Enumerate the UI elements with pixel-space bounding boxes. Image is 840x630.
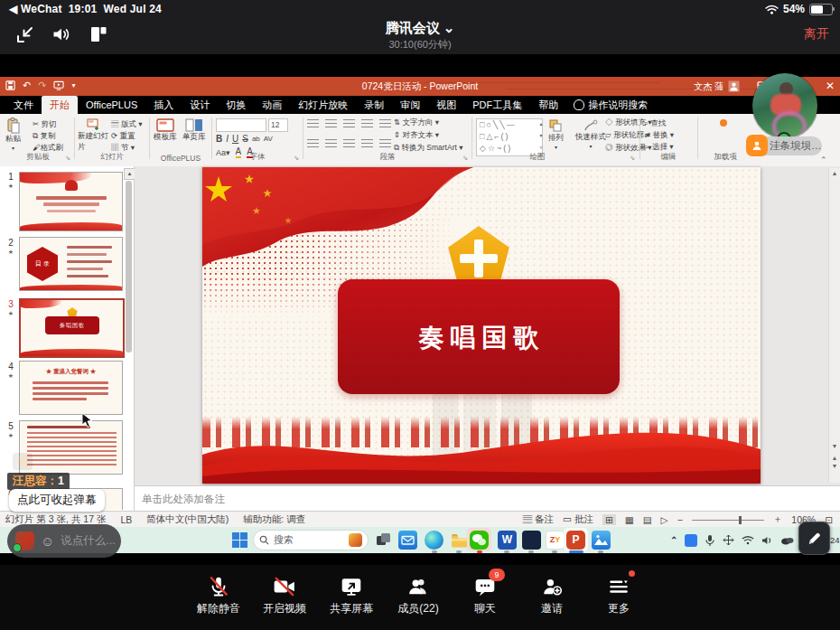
arrange-button[interactable]: 排列▾ <box>548 119 564 150</box>
accessibility-status[interactable]: 辅助功能: 调查 <box>243 513 305 526</box>
comments-toggle[interactable]: ▭ 批注 <box>563 513 593 526</box>
align-right-icon[interactable] <box>343 139 355 148</box>
underline-button[interactable]: U <box>232 134 238 144</box>
tell-me-search[interactable]: 操作说明搜索 <box>566 96 655 114</box>
view-slideshow-icon[interactable]: ▷ <box>661 514 668 525</box>
invite-button[interactable]: 邀请 <box>521 572 583 616</box>
thumb-scrollbar[interactable] <box>126 181 132 353</box>
zoom-slider[interactable] <box>692 520 764 521</box>
page-library-button[interactable]: 单页库 <box>182 118 206 143</box>
replace-button[interactable]: ⇄ 替换 ▾ <box>644 130 674 141</box>
tray-mic-icon[interactable] <box>705 534 715 547</box>
more-button[interactable]: 更多 <box>588 572 649 616</box>
cut-button[interactable]: ✂ 剪切 <box>33 119 56 130</box>
tab-review[interactable]: 审阅 <box>392 96 428 114</box>
zoom-out-icon[interactable]: − <box>677 514 683 525</box>
file-explorer-icon[interactable] <box>450 531 469 550</box>
strikethrough-button[interactable]: S <box>242 134 248 144</box>
paste-button[interactable]: 粘贴▾ <box>5 118 21 151</box>
italic-button[interactable]: I <box>226 134 229 144</box>
tray-wifi-icon[interactable] <box>742 535 754 545</box>
increase-indent-icon[interactable] <box>361 119 373 128</box>
start-button-icon[interactable] <box>231 531 248 549</box>
tray-expand-icon[interactable]: ⌃ <box>670 535 677 545</box>
dark-app-icon[interactable] <box>522 531 541 550</box>
zy-app-icon[interactable]: ZY <box>546 531 565 550</box>
slide-title-panel[interactable]: 奏唱国歌 <box>338 279 620 394</box>
quick-styles-button[interactable]: 快速样式▾ <box>575 119 606 149</box>
layout-button[interactable]: ▤ 版式 ▾ <box>111 119 143 130</box>
close-icon[interactable]: ✕ <box>826 77 835 96</box>
tray-move-icon[interactable] <box>723 534 734 546</box>
tab-officeplus[interactable]: OfficePLUS <box>78 96 145 114</box>
align-left-icon[interactable] <box>307 139 319 148</box>
tab-transitions[interactable]: 切换 <box>218 96 254 114</box>
start-video-button[interactable]: 开启视频 <box>254 572 315 616</box>
prev-slide-icon[interactable]: ▲ <box>832 455 838 461</box>
scroll-down-icon[interactable]: ▼ <box>832 443 838 449</box>
dialog-launcher-icon[interactable]: ⇘ <box>462 155 468 162</box>
slide-canvas[interactable]: 奏唱国歌 <box>202 167 761 484</box>
bold-button[interactable]: B <box>216 134 222 144</box>
tray-speaker-icon[interactable] <box>761 535 773 546</box>
word-app-icon[interactable]: W <box>498 531 517 550</box>
tab-animations[interactable]: 动画 <box>254 96 290 114</box>
tab-help[interactable]: 帮助 <box>530 96 566 114</box>
view-sorter-icon[interactable]: ▦ <box>625 514 634 525</box>
tab-file[interactable]: 文件 <box>5 96 42 114</box>
collapse-ribbon-icon[interactable]: ⌃ <box>820 155 827 165</box>
view-reading-icon[interactable]: ▤ <box>643 514 652 525</box>
leave-button[interactable]: 离开 <box>804 26 829 42</box>
notes-toggle[interactable]: ▤ 备注 <box>523 513 554 526</box>
shapes-scroll-icons[interactable]: ▴▾▿ <box>537 118 545 154</box>
addin-icon[interactable] <box>720 119 727 127</box>
taskbar-search[interactable]: 搜索 <box>253 530 369 550</box>
chat-button[interactable]: 9 聊天 <box>454 572 516 616</box>
columns-icon[interactable] <box>379 139 391 148</box>
bullets-icon[interactable] <box>307 119 319 128</box>
danmaku-toggle-icon[interactable] <box>15 531 34 550</box>
tab-view[interactable]: 视图 <box>428 96 464 114</box>
next-slide-icon[interactable]: ▼ <box>832 463 838 469</box>
notes-area[interactable]: 单击此处添加备注 <box>135 485 840 511</box>
decrease-indent-icon[interactable] <box>343 119 355 128</box>
shadow-button[interactable]: ab <box>252 135 260 143</box>
task-view-icon[interactable] <box>376 532 391 548</box>
edge-browser-icon[interactable] <box>425 531 443 550</box>
align-text-button[interactable]: ⇕ 对齐文本 ▾ <box>394 130 439 141</box>
slide-thumbnail-4[interactable]: ★ 重温入党誓词 ★ <box>19 361 123 415</box>
dialog-launcher-icon[interactable]: ⇘ <box>294 155 299 162</box>
tab-slideshow[interactable]: 幻灯片放映 <box>290 96 356 114</box>
danmaku-collapse-tip[interactable]: 点此可收起弹幕 <box>9 489 105 512</box>
dialog-launcher-icon[interactable]: ⇘ <box>630 155 635 162</box>
meeting-title-block[interactable]: 腾讯会议 ⌄ 30:10(60分钟) <box>0 20 840 52</box>
tray-weather-icon[interactable] <box>780 536 794 545</box>
members-button[interactable]: 成员(22) <box>387 572 449 616</box>
tab-insert[interactable]: 插入 <box>145 96 182 114</box>
copy-button[interactable]: ⧉ 复制 <box>33 131 55 142</box>
slide-thumbnail-1[interactable] <box>19 172 123 231</box>
tray-blue-app-icon[interactable] <box>685 534 697 547</box>
webcam-avatar[interactable] <box>752 73 817 138</box>
unmute-button[interactable]: 解除静音 <box>188 572 249 616</box>
align-center-icon[interactable] <box>325 139 337 148</box>
char-spacing-button[interactable]: AV <box>264 135 273 143</box>
tab-design[interactable]: 设计 <box>182 96 218 114</box>
tab-pdf-tools[interactable]: PDF工具集 <box>464 96 530 114</box>
zoom-in-icon[interactable]: ＋ <box>773 513 783 526</box>
danmaku-input-placeholder[interactable]: 说点什么... <box>61 533 115 549</box>
justify-icon[interactable] <box>361 139 373 148</box>
find-button[interactable]: ⌕ 查找 <box>644 118 666 129</box>
mail-app-icon[interactable] <box>398 531 417 550</box>
powerpoint-app-icon[interactable]: P <box>566 531 585 550</box>
emoji-icon[interactable]: ☺ <box>41 534 54 548</box>
font-name-input[interactable] <box>216 118 266 132</box>
reset-button[interactable]: ⟳ 重置 <box>111 131 135 142</box>
tab-record[interactable]: 录制 <box>356 96 392 114</box>
template-library-button[interactable]: 模板库 <box>154 118 177 143</box>
new-slide-button[interactable]: 新建幻灯片 <box>78 118 108 153</box>
annotation-pen-button[interactable] <box>798 522 830 555</box>
slide-thumbnail-5[interactable] <box>19 420 123 475</box>
scroll-up-icon[interactable]: ▲ <box>832 170 838 176</box>
wechat-app-icon[interactable] <box>470 531 489 550</box>
